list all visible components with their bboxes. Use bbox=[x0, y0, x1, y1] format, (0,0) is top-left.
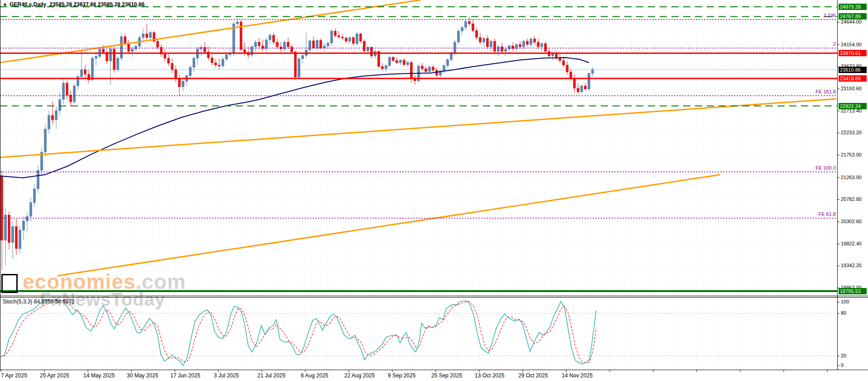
candle-body bbox=[142, 34, 145, 38]
candle-body bbox=[490, 41, 492, 47]
candle-body bbox=[128, 43, 130, 51]
time-axis-label: 21 Jul 2025 bbox=[257, 372, 285, 379]
candle-body bbox=[258, 42, 260, 46]
candle-body bbox=[287, 42, 289, 47]
fibo-level-label: 2.236 bbox=[823, 13, 836, 18]
chart-title: ▼GER40.s,Daily 23585.28 23637.86 23585.2… bbox=[3, 1, 145, 8]
candle-body bbox=[117, 58, 119, 69]
candle-body bbox=[309, 41, 311, 50]
candle-body bbox=[63, 83, 65, 99]
candle-body bbox=[468, 21, 471, 24]
candle-body bbox=[164, 54, 166, 58]
candle-body bbox=[178, 79, 181, 87]
time-axis-label: 6 Aug 2025 bbox=[301, 372, 328, 379]
candle-body bbox=[349, 38, 351, 41]
candle-body bbox=[48, 115, 50, 129]
time-axis-label: 25 Sep 2025 bbox=[431, 372, 462, 379]
trendline[interactable] bbox=[58, 175, 720, 276]
candle-body bbox=[113, 49, 116, 70]
chart-plot-area[interactable] bbox=[0, 0, 868, 381]
candle-body bbox=[121, 37, 123, 59]
price-axis-tick-label: 22233.20 bbox=[841, 130, 862, 135]
candle-body bbox=[371, 47, 373, 56]
rectangle-drawing-object[interactable] bbox=[1, 274, 18, 293]
candle-body bbox=[95, 56, 97, 58]
chart-ohlc-values: 23585.28 23637.86 23585.28 23610.86 bbox=[49, 1, 145, 8]
candle-body bbox=[175, 70, 177, 79]
price-badge: 18795.53 bbox=[839, 288, 867, 294]
candle-body bbox=[352, 38, 355, 44]
candle-body bbox=[168, 58, 170, 63]
candle-body bbox=[338, 36, 340, 37]
candle-body bbox=[73, 86, 76, 102]
price-badge: 24979.28 bbox=[839, 4, 867, 10]
candle-body bbox=[410, 63, 413, 78]
trendline[interactable] bbox=[0, 99, 836, 157]
candle-body bbox=[26, 216, 29, 221]
candle-body bbox=[476, 31, 478, 38]
candle-body bbox=[15, 226, 18, 249]
candle-body bbox=[563, 60, 565, 65]
candle-body bbox=[12, 226, 14, 242]
candle-body bbox=[541, 44, 543, 47]
time-axis-label: 7 Apr 2025 bbox=[1, 372, 27, 379]
candle-body bbox=[135, 46, 137, 49]
candle-body bbox=[5, 215, 7, 240]
price-axis-tick-label: 21263.00 bbox=[841, 175, 862, 180]
candle-body bbox=[592, 70, 594, 73]
candle-body bbox=[30, 203, 32, 216]
candle-body bbox=[479, 38, 482, 42]
candle-body bbox=[215, 63, 217, 65]
candle-body bbox=[55, 111, 58, 120]
candle-body bbox=[52, 115, 54, 120]
price-badge: 23418.89 bbox=[839, 75, 867, 82]
candle-body bbox=[487, 39, 489, 47]
candle-body bbox=[363, 41, 366, 51]
candle-body bbox=[392, 57, 395, 60]
candle-body bbox=[218, 65, 221, 66]
candle-body bbox=[396, 60, 398, 63]
candle-body bbox=[193, 58, 195, 67]
candle-body bbox=[465, 21, 467, 27]
fibo-level-label: FE 61.8 bbox=[818, 211, 836, 217]
candle-body bbox=[273, 35, 275, 42]
candle-body bbox=[8, 215, 10, 243]
candle-body bbox=[291, 47, 293, 52]
candle-body bbox=[81, 70, 83, 77]
candle-body bbox=[302, 55, 304, 59]
time-axis-label: 14 Nov 2025 bbox=[562, 372, 593, 379]
price-axis-tick-label: 20302.60 bbox=[841, 219, 862, 224]
candle-body bbox=[226, 54, 228, 59]
candle-body bbox=[331, 31, 333, 43]
candle-body bbox=[316, 40, 318, 48]
candle-body bbox=[360, 34, 362, 41]
chart-menu-icon[interactable]: ▼ bbox=[3, 2, 7, 7]
candle-body bbox=[222, 59, 224, 66]
candle-body bbox=[588, 73, 590, 89]
candle-body bbox=[497, 47, 500, 51]
candle-body bbox=[44, 129, 47, 152]
candle-body bbox=[182, 81, 184, 87]
candle-body bbox=[356, 34, 358, 44]
candle-body bbox=[37, 171, 39, 189]
price-badge: 22822.24 bbox=[839, 103, 867, 109]
chart-symbol-period: GER40.s,Daily bbox=[10, 1, 46, 8]
candle-body bbox=[454, 42, 456, 53]
candlestick-series bbox=[1, 16, 594, 270]
candle-body bbox=[523, 41, 525, 47]
stoch-axis-label: 0 bbox=[841, 362, 844, 368]
candle-body bbox=[447, 59, 449, 65]
time-axis-label: 3 Jul 2025 bbox=[214, 372, 239, 379]
time-axis-label: 14 May 2025 bbox=[83, 372, 115, 379]
candle-body bbox=[381, 67, 384, 69]
candle-body bbox=[534, 39, 536, 42]
candle-body bbox=[131, 49, 134, 51]
candle-body bbox=[425, 69, 427, 72]
candle-body bbox=[59, 100, 61, 111]
candle-body bbox=[472, 24, 474, 30]
candle-body bbox=[526, 41, 529, 44]
candle-body bbox=[483, 39, 485, 42]
candle-body bbox=[389, 57, 391, 65]
candle-body bbox=[124, 37, 126, 43]
candle-body bbox=[320, 40, 322, 48]
